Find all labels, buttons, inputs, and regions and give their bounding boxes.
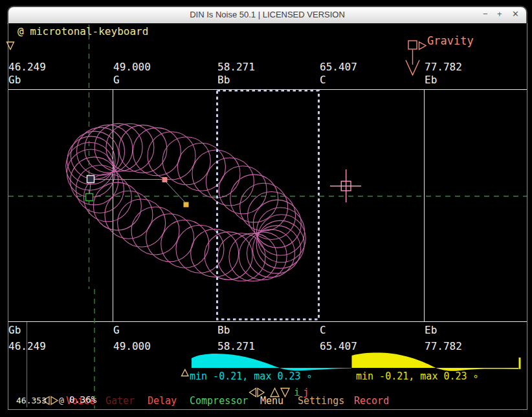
range-crosshair[interactable] — [330, 169, 361, 202]
torus-circle — [162, 137, 210, 185]
drone-gold-handle[interactable] — [184, 202, 189, 208]
patch-title: @ microtonal-keyboard — [17, 26, 148, 37]
torus-circle — [106, 123, 154, 171]
range-freq-bottom: 49.000 — [113, 341, 151, 352]
waveform-left-minmax: min -0.21, max 0.23 ∘ — [190, 371, 313, 382]
torus-circle — [256, 220, 304, 268]
range-freq-top: 46.249 — [8, 61, 46, 73]
range-note-bottom: G — [113, 325, 120, 336]
waveform-left — [192, 354, 351, 370]
waveform-end-marker — [519, 358, 521, 369]
torus-circle — [229, 233, 277, 281]
range-freq-bottom: 58.271 — [217, 341, 255, 352]
menu-item-record[interactable]: Record — [354, 396, 389, 407]
torus-circle — [148, 132, 195, 180]
torus-circle — [94, 123, 142, 171]
torus-circle — [131, 207, 179, 255]
menu-item-gater[interactable]: Gater — [105, 396, 135, 407]
torus-circle — [161, 220, 209, 268]
torus-circle — [240, 183, 288, 231]
range-freq-top: 49.000 — [113, 61, 151, 73]
waveform-right — [352, 353, 519, 371]
listener-handle[interactable] — [86, 194, 93, 201]
status-at-icon: @ — [59, 396, 64, 405]
range-freq-bottom: 77.782 — [425, 341, 462, 352]
menu-item-settings[interactable]: Settings — [298, 396, 344, 407]
range-note-top: Gb — [8, 74, 21, 86]
menu-item-delay[interactable]: Delay — [148, 396, 177, 407]
range-note-top: C — [320, 74, 326, 86]
status-volume: 0.36% — [69, 395, 96, 405]
selection-rectangle — [217, 91, 319, 319]
torus-circle — [253, 226, 301, 273]
drone-connectors — [90, 180, 185, 202]
app-window: DIN Is Noise 50.1 | LICENSED VERSION − +… — [0, 0, 532, 417]
range-freq-bottom: 46.249 — [8, 341, 46, 352]
range-note-bottom: C — [320, 325, 326, 336]
range-freq-top: 65.407 — [320, 61, 357, 73]
gravity-arrow[interactable] — [406, 41, 426, 75]
torus-circle — [192, 150, 240, 198]
gravity-label[interactable]: Gravity — [427, 35, 474, 47]
waveform-right-minmax: min -0.21, max 0.23 ∘ — [356, 371, 479, 382]
anchor-handle[interactable] — [87, 176, 94, 183]
menu-item-compressor[interactable]: Compressor — [190, 396, 248, 407]
range-note-bottom: Bb — [217, 325, 230, 336]
left-marker-icon[interactable] — [7, 42, 14, 50]
range-note-top: Bb — [217, 74, 230, 86]
range-freq-top: 58.271 — [217, 61, 255, 73]
range-note-top: Eb — [425, 74, 437, 86]
range-note-top: G — [113, 74, 120, 86]
menu-item-menu[interactable]: Menu — [260, 396, 283, 407]
drone-pink-handle[interactable] — [162, 177, 168, 182]
status-frequency: 46.353 — [16, 396, 47, 405]
waveform-marker-icon[interactable] — [182, 370, 189, 376]
torus-circle — [219, 166, 267, 214]
torus-circle — [105, 191, 153, 239]
torus-circle — [71, 131, 118, 179]
range-freq-top: 77.782 — [425, 61, 462, 73]
range-note-bottom: Eb — [425, 325, 437, 336]
range-note-bottom: Gb — [8, 325, 21, 336]
gravity-pointer-icon — [419, 42, 427, 50]
range-freq-bottom: 65.407 — [320, 341, 357, 352]
